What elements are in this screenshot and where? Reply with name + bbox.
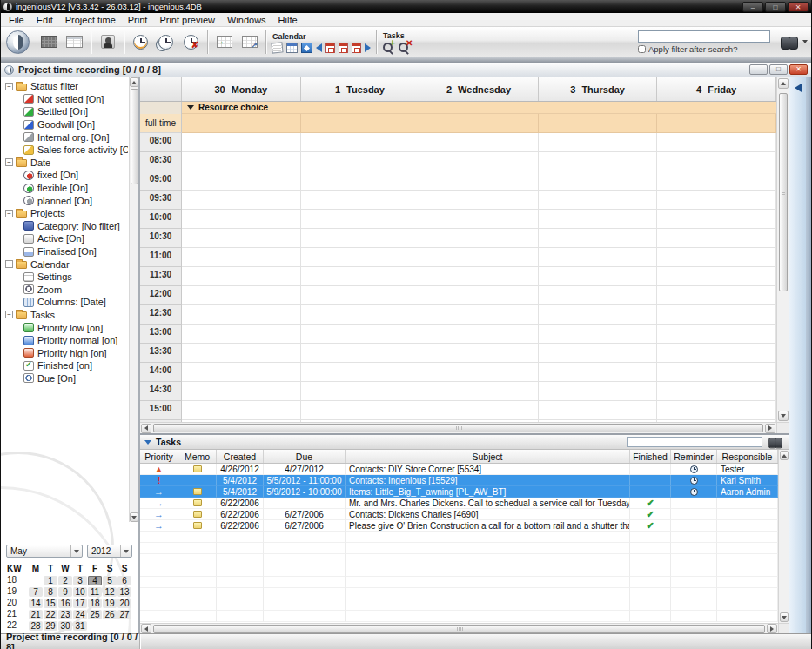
minical-day[interactable]: 18 bbox=[88, 599, 102, 608]
time-slot[interactable] bbox=[419, 152, 539, 171]
tasks-vertical-scrollbar[interactable] bbox=[778, 450, 789, 623]
minical-day[interactable]: 8 bbox=[44, 587, 57, 597]
time-slot[interactable] bbox=[301, 344, 420, 363]
minical-day[interactable]: 23 bbox=[58, 610, 72, 619]
collapse-left-triangle-icon[interactable] bbox=[795, 84, 802, 92]
maximize-button[interactable] bbox=[765, 2, 786, 12]
time-slot[interactable] bbox=[539, 191, 658, 210]
scrollbar-thumb[interactable] bbox=[779, 93, 788, 291]
minical-day[interactable]: 20 bbox=[117, 599, 131, 608]
time-slot[interactable] bbox=[657, 248, 776, 267]
minical-day[interactable]: 12 bbox=[103, 587, 117, 597]
tree-item-flexible-on[interactable]: flexible [On] bbox=[1, 182, 128, 195]
time-slot[interactable] bbox=[301, 382, 420, 401]
child-close-button[interactable] bbox=[789, 64, 808, 75]
task-row[interactable]: →5/4/20125/9/2012 - 10:00:00Items: Littl… bbox=[140, 486, 778, 498]
time-slot[interactable] bbox=[182, 344, 301, 363]
timesheet-button[interactable] bbox=[62, 30, 87, 54]
column-header-due[interactable]: Due bbox=[264, 450, 346, 463]
calendar-grid-icon[interactable] bbox=[286, 43, 298, 53]
tree-item-fixed-on[interactable]: fixed [On] bbox=[1, 169, 128, 182]
search-remove-icon[interactable]: ✕ bbox=[398, 42, 410, 54]
previous-icon[interactable] bbox=[316, 43, 322, 52]
time-slot[interactable] bbox=[539, 363, 658, 382]
tree-group-date[interactable]: −Date bbox=[1, 157, 128, 170]
time-slot[interactable] bbox=[182, 133, 301, 152]
time-slot[interactable] bbox=[301, 305, 420, 324]
tree-item-settled-on[interactable]: Settled [On] bbox=[1, 105, 128, 118]
time-slot[interactable] bbox=[539, 267, 658, 286]
resource-choice-band[interactable]: Resource choice bbox=[182, 102, 776, 114]
year-dropdown-arrow-icon[interactable] bbox=[120, 545, 131, 557]
scroll-up-button[interactable] bbox=[778, 78, 789, 89]
time-slot[interactable] bbox=[301, 286, 420, 305]
menu-item-project-time[interactable]: Project time bbox=[59, 13, 122, 27]
task-row[interactable]: ▲4/26/20124/27/2012Contacts: DIY Store C… bbox=[140, 464, 778, 475]
search-add-icon[interactable]: + bbox=[382, 42, 394, 54]
export-grid-button[interactable] bbox=[237, 30, 262, 54]
time-slot[interactable] bbox=[539, 305, 658, 324]
minical-day[interactable]: 14 bbox=[29, 599, 43, 608]
time-slot[interactable] bbox=[301, 152, 420, 171]
tree-item-priority-normal-on[interactable]: Priority normal [on] bbox=[1, 334, 128, 347]
minical-day[interactable] bbox=[88, 621, 102, 631]
time-slot[interactable] bbox=[301, 267, 420, 286]
binoculars-icon[interactable] bbox=[781, 37, 798, 48]
minical-day[interactable]: 24 bbox=[73, 610, 87, 619]
time-slot[interactable] bbox=[539, 382, 658, 401]
time-slot[interactable] bbox=[301, 210, 420, 229]
time-slot[interactable] bbox=[182, 248, 301, 267]
fulltime-cell[interactable] bbox=[301, 114, 420, 133]
time-slot[interactable] bbox=[539, 324, 658, 344]
column-header-finished[interactable]: Finished bbox=[630, 450, 671, 463]
minical-day[interactable]: 2 bbox=[58, 576, 72, 585]
time-slot[interactable] bbox=[419, 305, 539, 324]
minical-day[interactable] bbox=[103, 621, 117, 631]
minical-day[interactable] bbox=[29, 576, 43, 585]
minical-day[interactable]: 5 bbox=[103, 576, 117, 585]
time-slot[interactable] bbox=[657, 229, 776, 248]
child-minimize-button[interactable] bbox=[749, 64, 768, 75]
menu-item-file[interactable]: File bbox=[3, 13, 30, 27]
time-slot[interactable] bbox=[539, 229, 658, 248]
minical-day[interactable]: 31 bbox=[73, 621, 87, 631]
tasks-binoculars-icon[interactable] bbox=[768, 438, 782, 446]
column-header-responsible[interactable]: Responsible bbox=[717, 450, 778, 463]
tree-group-tasks[interactable]: −Tasks bbox=[1, 309, 128, 322]
tree-item-active-on[interactable]: Active [On] bbox=[1, 232, 128, 245]
time-slot[interactable] bbox=[419, 324, 539, 344]
minical-day[interactable]: 17 bbox=[73, 599, 87, 608]
time-slot[interactable] bbox=[539, 133, 658, 152]
expand-toggle-icon[interactable]: − bbox=[5, 260, 13, 268]
time-slot[interactable] bbox=[657, 267, 776, 286]
scrollbar-thumb[interactable] bbox=[153, 424, 763, 432]
calendar-vertical-scrollbar[interactable] bbox=[776, 77, 789, 422]
user-button[interactable] bbox=[95, 30, 120, 54]
time-new-button[interactable] bbox=[128, 30, 153, 54]
minical-day[interactable]: 22 bbox=[44, 610, 57, 619]
minical-day[interactable]: 26 bbox=[103, 610, 117, 619]
scroll-left-button[interactable] bbox=[141, 424, 151, 433]
minical-day[interactable]: 28 bbox=[29, 621, 43, 631]
tree-item-columns-date[interactable]: Columns: [Date] bbox=[1, 296, 128, 309]
minical-day[interactable]: 6 bbox=[117, 576, 131, 585]
time-slot[interactable] bbox=[301, 133, 420, 152]
time-slot[interactable] bbox=[419, 382, 539, 401]
time-slot[interactable] bbox=[419, 133, 539, 152]
scroll-up-button[interactable] bbox=[780, 451, 789, 460]
time-slot[interactable] bbox=[182, 286, 301, 305]
time-slot[interactable] bbox=[419, 267, 539, 286]
tree-group-status-filter[interactable]: −Status filter bbox=[1, 80, 128, 93]
column-header-created[interactable]: Created bbox=[217, 450, 264, 463]
time-slot[interactable] bbox=[539, 171, 658, 191]
tree-item-finished-on[interactable]: Finished [on] bbox=[1, 359, 128, 372]
month-dropdown-arrow-icon[interactable] bbox=[70, 545, 82, 557]
time-slot[interactable] bbox=[182, 324, 301, 344]
time-slot[interactable] bbox=[182, 152, 301, 171]
column-header-memo[interactable]: Memo bbox=[178, 450, 217, 463]
time-slot[interactable] bbox=[182, 267, 301, 286]
time-slot[interactable] bbox=[657, 344, 776, 363]
scroll-down-button[interactable] bbox=[130, 512, 138, 522]
tree-group-projects[interactable]: −Projects bbox=[1, 207, 128, 220]
time-slot[interactable] bbox=[419, 171, 539, 191]
